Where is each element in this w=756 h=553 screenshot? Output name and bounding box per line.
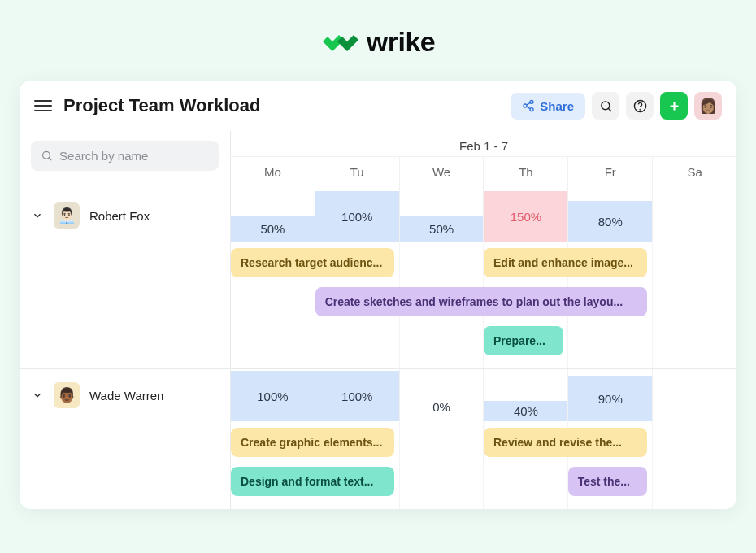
task-bar[interactable]: Edit and enhance image...: [484, 248, 647, 277]
svg-point-8: [640, 109, 641, 110]
tasks-area: Research target audienc...Edit and enhan…: [20, 242, 736, 368]
user-avatar[interactable]: 👩🏽: [694, 92, 722, 120]
svg-point-2: [530, 108, 533, 111]
search-column: [20, 131, 231, 189]
task-row: Research target audienc...Edit and enhan…: [231, 248, 736, 281]
wrike-logo: wrike: [321, 26, 435, 58]
person-row: 👨🏾Wade Warren100%100%0%40%90%: [20, 369, 736, 421]
workload-bar: 50%: [400, 216, 484, 242]
task-bar[interactable]: Design and format text...: [231, 467, 394, 496]
search-icon: [599, 99, 613, 113]
workload-cell[interactable]: [652, 189, 736, 242]
day-header: Mo: [231, 157, 315, 189]
menu-icon[interactable]: [34, 97, 52, 115]
app-window: Project Team Workload Share: [20, 81, 736, 509]
workload-cell[interactable]: 100%: [231, 369, 315, 421]
workload-bar: 100%: [231, 371, 315, 421]
person-avatar: 👨🏾: [54, 382, 80, 408]
workload-cells: 100%100%0%40%90%: [231, 369, 736, 421]
task-row: Prepare...: [231, 326, 736, 359]
workload-cells: 50%100%50%150%80%: [231, 189, 736, 242]
workload-bar: 40%: [484, 401, 567, 421]
svg-line-6: [608, 108, 611, 111]
workload-bar: 100%: [315, 191, 399, 242]
person-row: 👨🏻‍💼Robert Fox50%100%50%150%80%: [20, 189, 736, 242]
share-label: Share: [540, 99, 574, 113]
share-icon: [522, 99, 535, 112]
workload-cell[interactable]: 40%: [483, 369, 567, 421]
svg-point-11: [43, 151, 50, 159]
search-icon: [41, 149, 53, 163]
person-section: 👨🏾Wade Warren100%100%0%40%90%Create grap…: [20, 368, 736, 509]
date-range: Feb 1 - 7: [231, 131, 736, 157]
tasks-left-pad: [20, 421, 231, 509]
help-icon: [633, 99, 647, 113]
workload-bar: 100%: [315, 371, 399, 421]
task-bar[interactable]: Create sketches and wireframes to plan o…: [315, 287, 648, 316]
person-section: 👨🏻‍💼Robert Fox50%100%50%150%80%Research …: [20, 189, 736, 368]
svg-point-1: [524, 104, 527, 107]
workload-cell[interactable]: 80%: [567, 189, 652, 242]
task-bar[interactable]: Review and revise the...: [484, 428, 647, 457]
tasks-area: Create graphic elements...Review and rev…: [20, 421, 736, 509]
task-bar[interactable]: Create graphic elements...: [231, 428, 394, 457]
task-bar[interactable]: Prepare...: [484, 326, 563, 355]
person-label[interactable]: 👨🏾Wade Warren: [20, 369, 231, 421]
people-container: 👨🏻‍💼Robert Fox50%100%50%150%80%Research …: [20, 189, 736, 509]
person-name: Robert Fox: [89, 209, 150, 223]
tasks-left-pad: [20, 242, 231, 368]
task-bar[interactable]: Test the...: [568, 467, 648, 496]
workload-bar: 90%: [568, 376, 652, 421]
page-title: Project Team Workload: [63, 95, 499, 116]
workload-cell[interactable]: [652, 369, 736, 421]
chevron-down-icon: [31, 210, 44, 221]
search-input[interactable]: [59, 149, 209, 163]
days-row: MoTuWeThFrSa: [231, 157, 736, 189]
tasks-grid: Create graphic elements...Review and rev…: [231, 421, 736, 509]
workload-cell[interactable]: 0%: [399, 369, 484, 421]
help-button[interactable]: [626, 92, 654, 120]
svg-point-0: [530, 100, 533, 103]
workload-bar: [653, 392, 736, 421]
chevron-down-icon: [31, 390, 44, 401]
svg-line-4: [527, 107, 531, 109]
workload-cell[interactable]: 100%: [315, 189, 399, 242]
tasks-grid: Research target audienc...Edit and enhan…: [231, 242, 736, 368]
share-button[interactable]: Share: [511, 93, 585, 120]
workload-bar: [653, 212, 736, 242]
person-label[interactable]: 👨🏻‍💼Robert Fox: [20, 189, 231, 242]
app-header: Project Team Workload Share: [20, 81, 736, 131]
timeline-header: Feb 1 - 7 MoTuWeThFrSa: [231, 131, 736, 189]
search-button[interactable]: [592, 92, 619, 120]
header-actions: Share 👩🏽: [511, 92, 722, 120]
workload-cell[interactable]: 50%: [231, 189, 315, 242]
day-header: Sa: [652, 157, 736, 189]
wrike-logo-icon: [321, 30, 360, 54]
person-avatar: 👨🏻‍💼: [54, 202, 80, 229]
svg-line-12: [49, 158, 51, 160]
add-button[interactable]: [660, 92, 688, 120]
workload-bar: 0%: [400, 392, 484, 421]
search-box[interactable]: [31, 141, 219, 171]
workload-cell[interactable]: 100%: [315, 369, 399, 421]
task-bar[interactable]: Research target audienc...: [231, 248, 394, 277]
workload-cell[interactable]: 90%: [567, 369, 652, 421]
wrike-logo-text: wrike: [367, 26, 435, 58]
task-row: Design and format text...Test the...: [231, 467, 736, 499]
day-header: Th: [483, 157, 567, 189]
day-header: We: [399, 157, 484, 189]
timeline-header-wrap: Feb 1 - 7 MoTuWeThFrSa: [20, 131, 736, 189]
person-name: Wade Warren: [89, 389, 163, 403]
task-row: Create sketches and wireframes to plan o…: [231, 287, 736, 320]
plus-icon: [667, 99, 681, 113]
day-header: Tu: [315, 157, 399, 189]
svg-line-3: [527, 102, 531, 105]
workload-cell[interactable]: 50%: [399, 189, 484, 242]
workload-bar: 150%: [484, 191, 567, 242]
svg-point-5: [601, 101, 609, 109]
workload-bar: 80%: [568, 201, 652, 242]
workload-bar: 50%: [231, 216, 315, 242]
day-header: Fr: [567, 157, 652, 189]
workload-cell[interactable]: 150%: [483, 189, 567, 242]
task-row: Create graphic elements...Review and rev…: [231, 428, 736, 460]
